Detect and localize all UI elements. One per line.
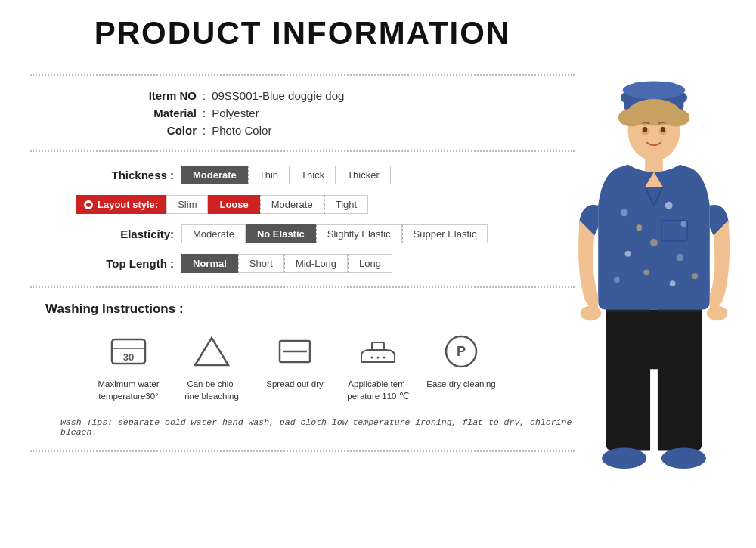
svg-point-22	[636, 224, 642, 231]
elasticity-supper[interactable]: Supper Elastic	[402, 224, 488, 243]
radio-icon	[84, 200, 93, 209]
svg-rect-34	[606, 310, 650, 312]
svg-point-29	[670, 280, 676, 286]
wash-spread-icon	[275, 333, 314, 370]
svg-point-27	[677, 254, 684, 262]
item-label: Iterm NO	[121, 89, 197, 102]
thickness-thin[interactable]: Thin	[248, 166, 290, 184]
wash-dry-clean-icon: P	[442, 333, 481, 370]
svg-rect-35	[658, 310, 702, 312]
svg-point-31	[692, 273, 698, 279]
svg-point-14	[623, 81, 686, 99]
layout-style-row: Layout style: Slim Loose Moderate Tight	[76, 195, 575, 214]
wash-iron-icon	[355, 333, 401, 370]
layout-slim[interactable]: Slim	[166, 195, 208, 214]
wash-temp-label: Maximum watertemperature30°	[98, 378, 159, 402]
page-title: PRODUCT INFORMATION	[30, 15, 575, 51]
divider-washing	[30, 286, 575, 288]
thickness-thicker[interactable]: Thicker	[336, 166, 391, 184]
color-label: Color	[121, 124, 197, 137]
layout-prefix: Layout style:	[76, 195, 166, 214]
svg-point-40	[643, 127, 647, 132]
color-value: Photo Color	[212, 124, 271, 137]
material-label: Material	[121, 107, 197, 119]
elasticity-moderate[interactable]: Moderate	[181, 224, 246, 243]
svg-point-42	[618, 109, 645, 127]
svg-point-8	[377, 356, 380, 358]
wash-temp-icon-wrap: 30	[106, 330, 151, 372]
thickness-row: Thickness : Moderate Thin Thick Thicker	[76, 166, 575, 184]
top-length-mid-long[interactable]: Mid-Long	[284, 254, 348, 273]
color-row: Color : Photo Color	[121, 124, 575, 137]
top-length-long[interactable]: Long	[348, 254, 392, 273]
svg-point-32	[581, 306, 602, 321]
washing-title: Washing Instructions :	[45, 302, 575, 317]
wash-spread-icon-wrap	[272, 330, 318, 372]
svg-rect-17	[645, 157, 663, 172]
elasticity-options: Moderate No Elastic Slightly Elastic Sup…	[181, 224, 488, 243]
item-value: 09SS001-Blue doggie dog	[212, 89, 344, 102]
thickness-moderate[interactable]: Moderate	[181, 166, 248, 184]
wash-dry-clean-label: Ease dry cleaning	[426, 378, 495, 390]
elasticity-label: Elasticity:	[76, 228, 174, 240]
model-figure	[556, 57, 752, 518]
svg-text:30: 30	[123, 351, 134, 363]
top-length-normal[interactable]: Normal	[181, 254, 238, 273]
svg-point-37	[662, 448, 706, 469]
layout-tight[interactable]: Tight	[324, 195, 368, 214]
wash-item-dry-clean: P Ease dry cleaning	[423, 330, 499, 390]
page-container: PRODUCT INFORMATION Iterm NO : 09SS001-B…	[0, 0, 756, 548]
washing-icons: 30 Maximum watertemperature30° Can be ch…	[91, 330, 575, 402]
wash-bleach-icon	[192, 333, 231, 370]
svg-point-43	[663, 109, 689, 127]
layout-moderate[interactable]: Moderate	[260, 195, 324, 214]
wash-temp-icon: 30	[109, 333, 148, 370]
material-row: Material : Polyester	[121, 107, 575, 119]
svg-rect-6	[372, 342, 384, 350]
thickness-options: Moderate Thin Thick Thicker	[181, 166, 391, 184]
elasticity-no-elastic[interactable]: No Elastic	[246, 224, 316, 243]
wash-bleach-icon-wrap	[189, 330, 234, 372]
top-length-label: Top Length :	[76, 257, 174, 270]
svg-point-36	[602, 448, 646, 469]
svg-point-23	[665, 202, 673, 209]
wash-item-spread: Spread out dry	[257, 330, 333, 390]
svg-point-41	[661, 127, 665, 132]
svg-point-30	[614, 277, 620, 283]
elasticity-row: Elasticity: Moderate No Elastic Slightly…	[76, 224, 575, 243]
top-length-row: Top Length : Normal Short Mid-Long Long	[76, 254, 575, 273]
svg-point-33	[707, 306, 728, 321]
divider-middle	[30, 150, 575, 152]
elasticity-slightly[interactable]: Slightly Elastic	[316, 224, 402, 243]
divider-bottom	[30, 450, 575, 452]
svg-point-7	[371, 356, 373, 358]
wash-iron-label: Applicable tem-perature 110 ℃	[347, 378, 408, 402]
top-length-short[interactable]: Short	[238, 254, 284, 273]
attributes-section: Thickness : Moderate Thin Thick Thicker …	[76, 166, 575, 273]
top-length-options: Normal Short Mid-Long Long	[181, 254, 392, 273]
content-area: PRODUCT INFORMATION Iterm NO : 09SS001-B…	[30, 15, 575, 452]
layout-loose[interactable]: Loose	[208, 195, 259, 214]
thickness-label: Thickness :	[76, 169, 174, 181]
svg-point-25	[650, 239, 658, 246]
product-info: Iterm NO : 09SS001-Blue doggie dog Mater…	[121, 89, 575, 137]
wash-item-temp: 30 Maximum watertemperature30°	[91, 330, 166, 402]
material-value: Polyester	[212, 107, 259, 119]
layout-style-wrapper: Layout style: Slim Loose Moderate Tight	[76, 195, 368, 214]
item-row: Iterm NO : 09SS001-Blue doggie dog	[121, 89, 575, 102]
wash-spread-label: Spread out dry	[266, 378, 323, 390]
svg-marker-3	[195, 338, 228, 365]
wash-item-bleach: Can be chlo-rine bleaching	[174, 330, 249, 402]
svg-point-28	[643, 269, 649, 275]
model-image	[552, 53, 756, 522]
svg-point-21	[621, 209, 628, 217]
svg-point-26	[625, 251, 631, 257]
svg-text:P: P	[457, 344, 466, 359]
thickness-thick[interactable]: Thick	[290, 166, 336, 184]
divider-top	[30, 74, 575, 76]
wash-tips: Wash Tips: separate cold water hand wash…	[60, 417, 575, 437]
wash-dry-clean-icon-wrap: P	[438, 330, 484, 372]
wash-item-iron: Applicable tem-perature 110 ℃	[340, 330, 416, 402]
wash-iron-icon-wrap	[355, 330, 401, 372]
washing-section: Washing Instructions : 30 Maximum watert…	[45, 302, 575, 437]
